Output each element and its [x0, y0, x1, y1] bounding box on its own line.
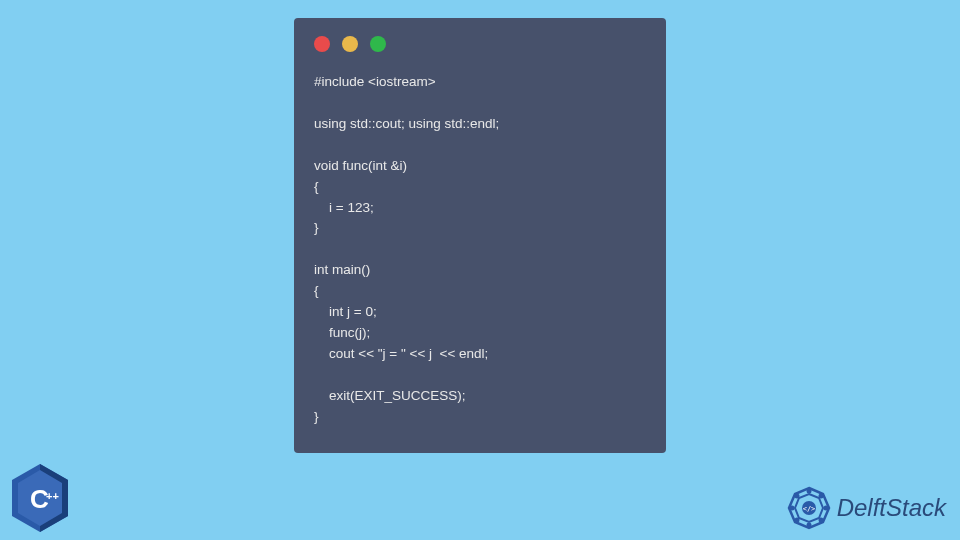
brand-name: DelftStack — [837, 494, 946, 522]
brand: </> DelftStack — [787, 486, 946, 530]
svg-point-16 — [794, 494, 799, 499]
maximize-icon — [370, 36, 386, 52]
svg-point-13 — [806, 523, 811, 528]
brand-logo-icon: </> — [787, 486, 831, 530]
window-controls — [314, 36, 646, 52]
svg-point-14 — [794, 518, 799, 523]
code-block: #include <iostream> using std::cout; usi… — [314, 72, 646, 428]
close-icon — [314, 36, 330, 52]
svg-point-12 — [818, 518, 823, 523]
svg-text:</>: </> — [802, 505, 815, 513]
svg-text:++: ++ — [46, 490, 59, 502]
svg-point-9 — [806, 489, 811, 494]
svg-point-10 — [818, 494, 823, 499]
code-window: #include <iostream> using std::cout; usi… — [294, 18, 666, 453]
svg-point-15 — [789, 506, 794, 511]
minimize-icon — [342, 36, 358, 52]
cpp-logo-icon: C ++ — [8, 462, 72, 534]
svg-point-11 — [823, 506, 828, 511]
